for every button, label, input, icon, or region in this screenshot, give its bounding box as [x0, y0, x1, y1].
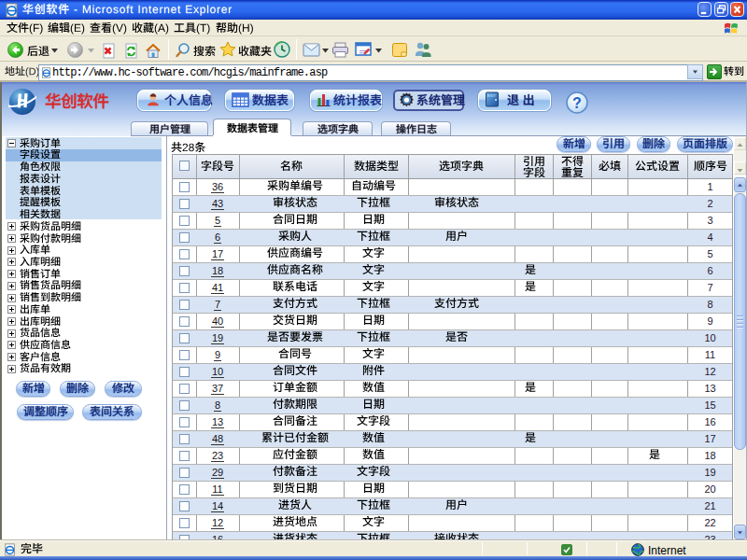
svg-text:EXIT: EXIT — [487, 93, 496, 98]
svg-text:?: ? — [572, 95, 582, 111]
